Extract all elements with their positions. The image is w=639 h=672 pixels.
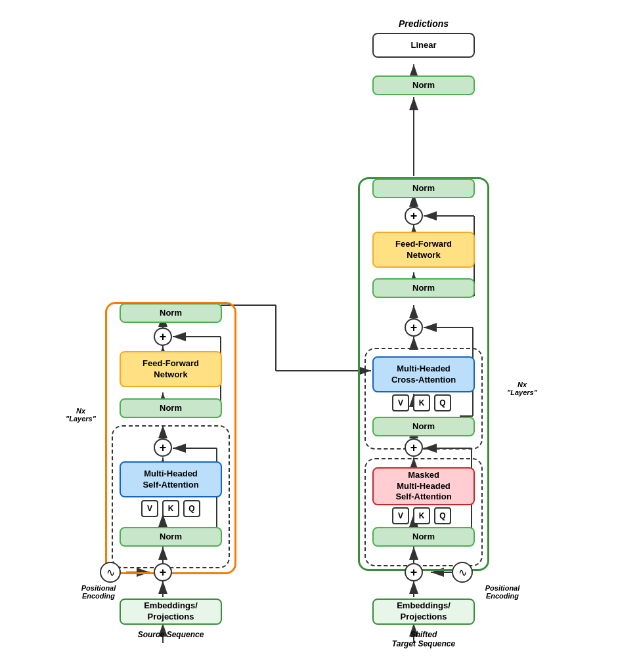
encoder-plus-bot: + bbox=[154, 563, 172, 581]
decoder-embeddings: Embeddings/Projections bbox=[372, 598, 475, 625]
encoder-vkq: V K Q bbox=[131, 500, 210, 517]
encoder-norm-top: Norm bbox=[120, 303, 222, 323]
encoder-pos-encoding-label: PositionalEncoding bbox=[69, 584, 128, 600]
linear-box: Linear bbox=[372, 33, 475, 58]
decoder-cross-vkq: V K Q bbox=[382, 394, 461, 411]
decoder-norm-ffn: Norm bbox=[372, 278, 475, 298]
decoder-norm-cross: Norm bbox=[372, 417, 475, 436]
predictions-label: Predictions bbox=[372, 18, 475, 29]
decoder-norm-linear: Norm bbox=[372, 75, 475, 95]
encoder-norm-bot: Norm bbox=[120, 527, 222, 547]
encoder-norm-mid: Norm bbox=[120, 398, 222, 418]
diagram-container: Norm + Feed-ForwardNetwork Norm + Multi-… bbox=[0, 0, 639, 672]
decoder-nx-label: Nx"Layers" bbox=[499, 381, 545, 396]
encoder-q-box: Q bbox=[183, 500, 200, 517]
encoder-self-attention: Multi-HeadedSelf-Attention bbox=[120, 461, 222, 497]
encoder-ffn: Feed-ForwardNetwork bbox=[120, 351, 222, 387]
encoder-embeddings: Embeddings/Projections bbox=[120, 598, 222, 625]
decoder-plus-bot: + bbox=[405, 563, 423, 581]
decoder-norm-top: Norm bbox=[372, 178, 475, 198]
decoder-ffn: Feed-ForwardNetwork bbox=[372, 232, 475, 268]
decoder-masked-k-box: K bbox=[413, 507, 430, 524]
decoder-plus-top: + bbox=[405, 207, 423, 225]
decoder-masked-q-box: Q bbox=[434, 507, 451, 524]
decoder-masked-v-box: V bbox=[392, 507, 409, 524]
decoder-plus-masked: + bbox=[405, 438, 423, 457]
decoder-cross-v-box: V bbox=[392, 394, 409, 411]
decoder-target-seq: ShiftedTarget Sequence bbox=[372, 630, 475, 648]
encoder-plus-ffn: + bbox=[154, 327, 172, 346]
encoder-pos-encoding-circle: ∿ bbox=[100, 562, 121, 583]
decoder-masked-attention: MaskedMulti-HeadedSelf-Attention bbox=[372, 467, 475, 505]
decoder-masked-vkq: V K Q bbox=[382, 507, 461, 524]
arrows-layer bbox=[0, 0, 639, 672]
decoder-pos-encoding-circle: ∿ bbox=[452, 562, 473, 583]
decoder-cross-attention: Multi-HeadedCross-Attention bbox=[372, 356, 475, 392]
decoder-pos-encoding-label: PositionalEncoding bbox=[473, 584, 532, 600]
decoder-cross-k-box: K bbox=[413, 394, 430, 411]
decoder-norm-bot: Norm bbox=[372, 527, 475, 547]
encoder-nx-label: Nx"Layers" bbox=[58, 407, 104, 423]
decoder-cross-q-box: Q bbox=[434, 394, 451, 411]
encoder-plus-attn: + bbox=[154, 438, 172, 457]
encoder-k-box: K bbox=[162, 500, 179, 517]
decoder-plus-cross: + bbox=[405, 318, 423, 337]
encoder-source-seq: Source Sequence bbox=[120, 630, 222, 639]
encoder-v-box: V bbox=[141, 500, 158, 517]
